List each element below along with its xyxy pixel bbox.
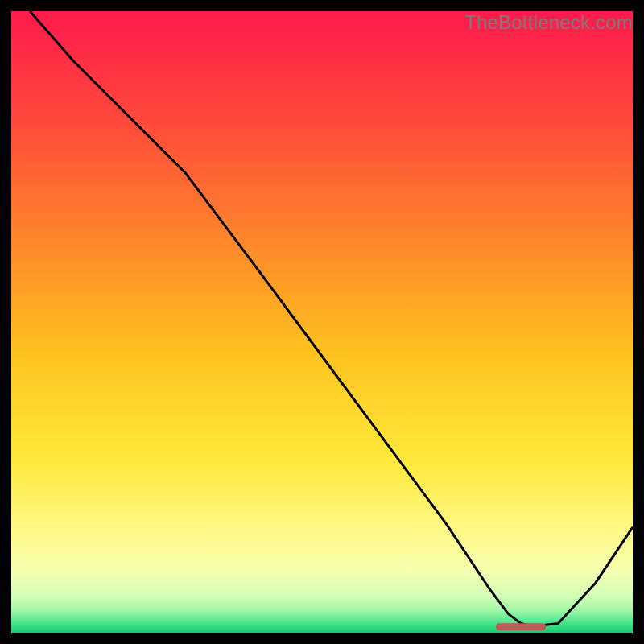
chart-plot	[11, 11, 633, 633]
optimal-marker	[496, 623, 546, 630]
chart-frame: TheBottleneck.com	[11, 11, 633, 633]
watermark-text: TheBottleneck.com	[464, 11, 633, 34]
gradient-background	[11, 11, 633, 633]
